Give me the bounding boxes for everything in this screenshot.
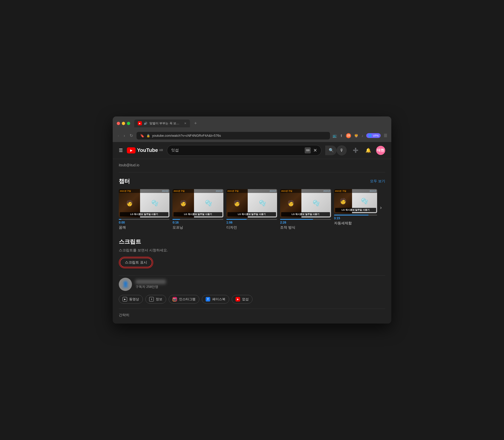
create-video-button[interactable]: ➕ <box>351 146 360 155</box>
video-icon: ▶ <box>123 297 127 302</box>
browser-menu-button[interactable]: ☰ <box>384 133 387 138</box>
divider-1 <box>119 172 385 172</box>
email-label: itsub@itud.io <box>119 159 385 170</box>
chapter-progress-fill-4 <box>280 219 313 220</box>
voice-search-button[interactable]: 🎙 <box>337 145 347 155</box>
thumb-title-3: LG 워시콤보 일주일 사용기 <box>227 212 276 216</box>
chapter-progress-fill-3 <box>226 219 247 220</box>
lock-icon: 🔒 <box>146 134 150 137</box>
brave-shield-badge[interactable]: 23 <box>346 133 351 138</box>
minimize-button[interactable] <box>122 122 125 125</box>
script-subtitle: 스크립트를 보면서 시청하세요. <box>119 248 385 253</box>
chapter-thumb-3: 🧑 🫧 2021년 구입 2024년 LG 워시콤보 일주일 사용기 <box>226 189 277 218</box>
clear-search-icon[interactable]: ✕ <box>313 148 317 153</box>
address-input[interactable]: 🔖 🔒 youtube.com/watch?v=cNF4NGRvF4A&t=57… <box>137 132 330 139</box>
menu-icon[interactable]: ☰ <box>119 148 123 153</box>
traffic-lights <box>117 122 130 125</box>
chapter-time-5: 3:15 <box>334 216 377 220</box>
chapters-next-arrow[interactable]: › <box>377 205 385 210</box>
channel-row: 👤 구독자 258만명 <box>119 278 385 291</box>
instagram-icon: 📷 <box>172 297 177 302</box>
instagram-link-button[interactable]: 📷 인스타그램 <box>169 295 199 304</box>
chapter-5-wrapper: 🧑 🫧 2021년 구입 2024년 <box>334 189 385 226</box>
chapter-name-3: 디자인 <box>226 225 277 230</box>
youtube-logo-text: YouTube <box>137 147 158 153</box>
divider-3 <box>119 309 385 309</box>
chapter-time-3: 1:06 <box>226 221 277 224</box>
keyboard-icon[interactable]: ⌨ <box>305 147 311 153</box>
see-all-button[interactable]: 모두 보기 <box>370 179 385 184</box>
thumb-badge-year: 2021년 구입 <box>120 190 131 192</box>
thumb-title-2: LG 워시콤보 일주일 사용기 <box>173 212 222 216</box>
script-show-button[interactable]: 스크립트 표시 <box>120 258 152 267</box>
summary-label[interactable]: 간략히 <box>119 313 385 317</box>
video-link-label: 동영상 <box>129 297 139 302</box>
chapter-progress-fill-5 <box>334 215 369 215</box>
thumb-badge-year-2: 2021년 구입 <box>173 190 185 192</box>
facebook-icon: f <box>206 297 210 302</box>
close-button[interactable] <box>117 122 120 125</box>
chapter-time-2: 0:16 <box>172 221 223 224</box>
thumb-badge-year-3: 2021년 구입 <box>227 190 239 192</box>
vpn-icon: 🌐 <box>368 134 372 137</box>
extensions-icon[interactable]: 🦁 <box>354 134 358 138</box>
channel-info: 구독자 258만명 <box>135 279 166 289</box>
header-right-actions: ➕ 🔔 태현 <box>351 146 385 155</box>
forward-button[interactable]: › <box>123 132 126 139</box>
info-link-label: 정보 <box>156 297 162 302</box>
thumb-badge-year-5: 2021년 구입 <box>335 190 346 192</box>
notifications-button[interactable]: 🔔 <box>363 146 373 155</box>
thumb-overlay-1: 2021년 구입 2024년 <box>119 189 169 193</box>
channel-links: ▶ 동영상 ℹ 정보 📷 인스타그램 f 페이스북 ▶ 없섭 <box>119 295 385 304</box>
chapter-item-3[interactable]: 🧑 🫧 2021년 구입 2024년 LG 워시콤보 일주일 사용기 <box>226 189 277 230</box>
vpn-label: VPN <box>373 134 379 137</box>
tab-title: 맞벌이 부부는 꼭 보세요.. 세탁 <box>149 121 182 126</box>
info-link-button[interactable]: ℹ 정보 <box>145 295 166 304</box>
script-section-title: 스크립트 <box>119 238 385 246</box>
youtube-logo[interactable]: YouTube KR <box>127 147 163 153</box>
video-link-button[interactable]: ▶ 동영상 <box>119 295 143 304</box>
divider-2 <box>119 275 385 276</box>
cast-icon[interactable]: 📺 <box>333 134 337 138</box>
instagram-link-label: 인스타그램 <box>179 297 196 302</box>
back-button[interactable]: ‹ <box>117 132 120 139</box>
share-icon[interactable]: ⬆ <box>340 134 343 138</box>
address-bar: ‹ › ↻ 🔖 🔒 youtube.com/watch?v=cNF4NGRvF4… <box>113 130 391 142</box>
youtube-link-button[interactable]: ▶ 없섭 <box>232 295 253 304</box>
search-button[interactable]: 🔍 <box>325 146 337 155</box>
youtube-link-icon: ▶ <box>236 297 240 302</box>
script-btn-highlight: 스크립트 표시 <box>119 257 153 268</box>
youtube-region-label: KR <box>160 149 163 152</box>
youtube-header: ☰ YouTube KR 잇섭 ⌨ ✕ 🔍 🎙 ➕ 🔔 태현 <box>113 142 391 159</box>
thumb-title-4: LG 워시콤보 일주일 사용기 <box>281 212 330 216</box>
facebook-link-button[interactable]: f 페이스북 <box>202 295 229 304</box>
channel-avatar[interactable]: 👤 <box>119 278 132 291</box>
thumb-badge-year2-5: 2024년 <box>370 190 376 192</box>
channel-name-blurred <box>135 279 166 284</box>
chapter-progress-3 <box>226 219 277 220</box>
channel-subs: 구독자 258만명 <box>135 285 166 289</box>
youtube-link-label: 없섭 <box>242 297 249 302</box>
chapter-thumb-1: 🧑 🫧 2021년 구입 2024년 LG 워시콤보 일주일 사용기 <box>119 189 169 218</box>
thumb-overlay-4: 2021년 구입 2024년 <box>280 189 331 193</box>
fullscreen-button[interactable] <box>127 122 130 125</box>
tab-close-icon[interactable]: ✕ <box>184 122 186 125</box>
thumb-badge-year2-3: 2024년 <box>269 190 276 192</box>
chapter-time-4: 2:26 <box>280 221 331 224</box>
chapter-item-1[interactable]: 🧑 🫧 2021년 구입 2024년 LG 워시콤보 일주일 사용기 <box>119 189 169 230</box>
chapter-item-2[interactable]: 🧑 🫧 2021년 구입 2024년 LG 워시콤보 일주일 사용기 <box>172 189 223 230</box>
user-avatar[interactable]: 태현 <box>376 146 385 155</box>
reload-button[interactable]: ↻ <box>129 132 134 139</box>
chapter-progress-2 <box>172 219 223 220</box>
chapter-item-5[interactable]: 🧑 🫧 2021년 구입 2024년 <box>334 189 377 226</box>
chapter-item-4[interactable]: 🧑 🫧 2021년 구입 2024년 LG 워시콤보 일주일 사용기 <box>280 189 331 230</box>
address-right-icons: 📺 ⬆ 23 🦁 ♪ 🌐 VPN ☰ <box>333 133 387 138</box>
search-text: 잇섭 <box>171 148 302 153</box>
music-icon[interactable]: ♪ <box>361 134 363 138</box>
new-tab-button[interactable]: + <box>192 120 199 127</box>
chapters-section-header: 챕터 모두 보기 <box>119 177 385 185</box>
chapter-name-4: 조작 방식 <box>280 225 331 230</box>
vpn-badge[interactable]: 🌐 VPN <box>366 133 381 138</box>
browser-tab[interactable]: 🔊 맞벌이 부부는 꼭 보세요.. 세탁 ✕ <box>134 119 190 127</box>
search-bar[interactable]: 잇섭 ⌨ ✕ <box>167 145 321 156</box>
